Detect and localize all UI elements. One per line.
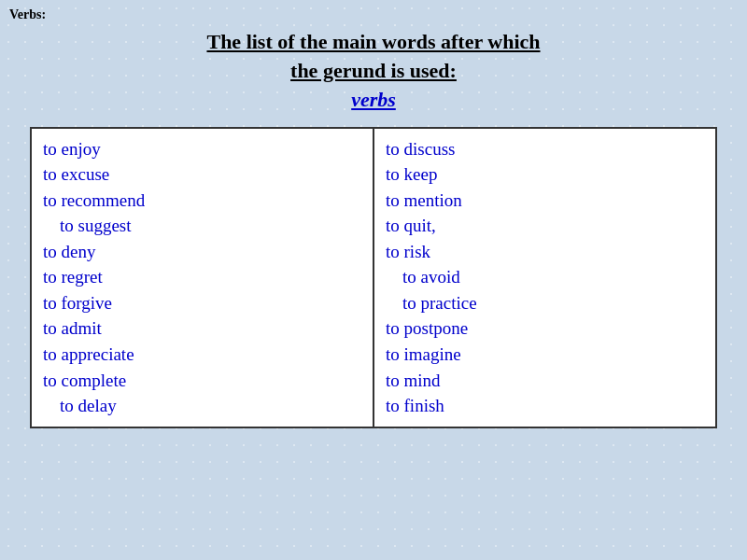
list-item: to delay — [43, 393, 361, 419]
list-item: to excuse — [43, 161, 361, 188]
list-item: to deny — [43, 239, 361, 265]
title-line1: The list of the main words after which — [206, 30, 540, 53]
content-table: to enjoyto excuseto recommendto suggestt… — [30, 127, 717, 428]
list-item: to recommend — [43, 188, 361, 214]
right-column: to discussto keepto mentionto quit,to ri… — [374, 128, 716, 427]
list-item: to mention — [386, 188, 704, 214]
left-column: to enjoyto excuseto recommendto suggestt… — [31, 128, 374, 427]
verbs-label: Verbs: — [9, 7, 46, 22]
list-item: to finish — [386, 393, 704, 419]
title-line2: the gerund is used: — [290, 59, 457, 82]
list-item: to keep — [386, 161, 704, 188]
list-item: to discuss — [386, 136, 704, 162]
subtitle: verbs — [56, 88, 691, 112]
list-item: to admit — [43, 315, 361, 342]
list-item: to risk — [386, 239, 704, 265]
list-item: to postpone — [386, 315, 704, 342]
list-item: to mind — [386, 368, 704, 394]
list-item: to quit, — [386, 213, 704, 239]
main-title: The list of the main words after which t… — [56, 28, 691, 86]
list-item: to forgive — [43, 290, 361, 316]
list-item: to suggest — [43, 213, 361, 239]
list-item: to enjoy — [43, 136, 361, 162]
title-section: The list of the main words after which t… — [0, 0, 747, 127]
list-item: to complete — [43, 368, 361, 394]
list-item: to regret — [43, 264, 361, 290]
list-item: to practice — [386, 290, 704, 316]
list-item: to appreciate — [43, 342, 361, 368]
list-item: to avoid — [386, 264, 704, 290]
list-item: to imagine — [386, 342, 704, 368]
